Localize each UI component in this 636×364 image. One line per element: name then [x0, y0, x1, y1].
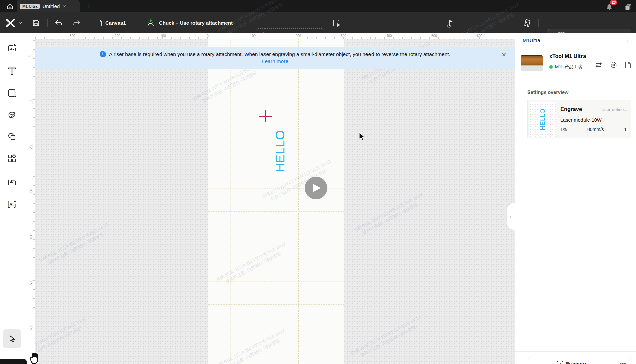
ruler-h-label: 300 [341, 34, 346, 38]
mode-label: Chuck – Use rotary attachment [159, 20, 233, 26]
grid-line [208, 351, 344, 351]
canvas-name-label: Canvas1 [105, 20, 126, 26]
ruler-v-label: 100 [29, 98, 33, 104]
play-icon [313, 183, 321, 193]
bottom-dock[interactable] [0, 359, 27, 364]
save-icon [32, 19, 40, 27]
framing-button[interactable]: Framing [528, 356, 615, 364]
chevron-down-icon [18, 21, 22, 25]
shape-tool-button[interactable] [3, 84, 21, 103]
notifications-button[interactable]: 23 [605, 1, 615, 11]
device-panel: M1Ultra ⌄ xTool M1 Ultra M1U产品工坊 [515, 33, 636, 364]
new-tab-button[interactable]: + [84, 1, 94, 11]
boolean-shapes-button[interactable] [3, 127, 21, 146]
notification-count-badge: 23 [610, 0, 617, 5]
canvas-selector[interactable]: Canvas1 [96, 12, 126, 33]
grid-line [208, 72, 344, 72]
pen-tool-icon [7, 110, 17, 120]
svg-text:A: A [527, 24, 529, 27]
ruler-v-label: 0 [27, 55, 31, 57]
hand-tool-cursor [28, 351, 42, 364]
framing-button-group: Framing ••• [528, 356, 631, 364]
ruler-h-label: 0 [207, 34, 209, 38]
path-preview-button[interactable] [332, 12, 341, 33]
device-settings-button[interactable] [610, 61, 617, 69]
pen-tool-button[interactable] [3, 106, 21, 124]
horizontal-ruler: -300-200-1000100200300400500600 [27, 33, 515, 39]
rotary-chuck-icon [146, 19, 155, 27]
grid-line [208, 328, 344, 328]
measure-button[interactable]: A [523, 12, 532, 33]
engrave-settings-card[interactable]: HELLO Engrave User-define... Laser modul… [527, 100, 631, 138]
card-material-label: User-define... [601, 107, 627, 112]
projects-button[interactable] [3, 173, 21, 192]
save-button[interactable] [32, 12, 40, 33]
panel-collapse-handle[interactable]: › [506, 202, 515, 230]
grid-line [276, 39, 276, 364]
grid-line [321, 39, 321, 364]
grid-line [208, 281, 344, 282]
ruler-v-label: 500 [29, 279, 33, 285]
banner-close-icon[interactable]: ✕ [502, 51, 506, 58]
swap-icon [595, 62, 603, 68]
redo-button[interactable] [72, 12, 81, 33]
device-name: xTool M1 Ultra [549, 53, 586, 59]
passes-value: 1 [624, 127, 627, 132]
online-status-dot [549, 65, 553, 69]
ai-icon: AI [7, 200, 17, 209]
select-tool-button[interactable] [3, 329, 21, 348]
laser-module-label: Laser module-10W [560, 117, 602, 123]
device-thumbnail [521, 55, 543, 71]
framing-more-button[interactable]: ••• [615, 356, 631, 364]
canvas-text-object[interactable]: HELLO [273, 130, 287, 172]
measure-ruler-icon: A [523, 18, 532, 28]
ai-tools-button[interactable]: AI [3, 195, 21, 214]
flag-icon [446, 18, 455, 28]
svg-text:AI: AI [10, 202, 14, 207]
grid-line [208, 235, 344, 235]
tab-close-icon[interactable]: × [63, 3, 66, 9]
switch-device-button[interactable] [595, 62, 603, 68]
ruler-h-label: 400 [386, 34, 392, 38]
windows-button[interactable] [624, 3, 633, 11]
ruler-h-label: -100 [159, 34, 166, 38]
elements-library-button[interactable] [3, 149, 21, 168]
text-tool-button[interactable] [3, 62, 21, 81]
ruler-v-label: 600 [29, 325, 33, 330]
laser-position-crosshair [259, 110, 272, 122]
select-arrow-icon [8, 334, 16, 343]
grid-line [230, 39, 231, 364]
undo-icon [54, 19, 63, 27]
image-import-icon [7, 44, 17, 53]
play-overlay-button[interactable] [305, 177, 327, 199]
power-value: 1% [560, 127, 567, 132]
document-tab[interactable]: M1 Ultra Untitled × [17, 0, 80, 12]
settings-overview-title: Settings overview [527, 89, 568, 95]
undo-button[interactable] [54, 12, 63, 33]
device-group-selector[interactable]: M1Ultra ⌄ [515, 33, 636, 47]
import-image-button[interactable] [3, 39, 21, 58]
redo-icon [72, 19, 81, 27]
process-type-label: Engrave [560, 106, 582, 112]
grid-line [253, 39, 253, 364]
app-menu-button[interactable] [5, 12, 22, 33]
preview-icon [332, 19, 341, 27]
file-icon [625, 61, 631, 69]
processing-mode-selector[interactable]: Chuck – Use rotary attachment [146, 12, 233, 33]
device-group-label: M1Ultra [523, 37, 540, 43]
boolean-shapes-icon [7, 132, 17, 141]
mark-position-button[interactable] [446, 12, 455, 33]
canvas-viewport[interactable]: HELLO i A riser base is required when yo… [27, 33, 515, 364]
xtool-logo [5, 19, 16, 27]
ruler-h-label: -300 [68, 34, 75, 38]
device-log-button[interactable] [625, 61, 631, 69]
tab-device-badge: M1 Ultra [20, 4, 40, 9]
learn-more-link[interactable]: Learn more [262, 58, 288, 64]
notice-banner: i A riser base is required when you use … [35, 47, 515, 69]
title-tab-bar: M1 Ultra Untitled × + 23 [0, 0, 636, 12]
projects-folder-icon [7, 178, 17, 187]
grid-line [208, 39, 208, 364]
main-toolbar: Canvas1 Chuck – Use rotary attachment mm [0, 12, 636, 33]
home-button[interactable] [5, 2, 15, 11]
framing-icon [557, 361, 563, 364]
